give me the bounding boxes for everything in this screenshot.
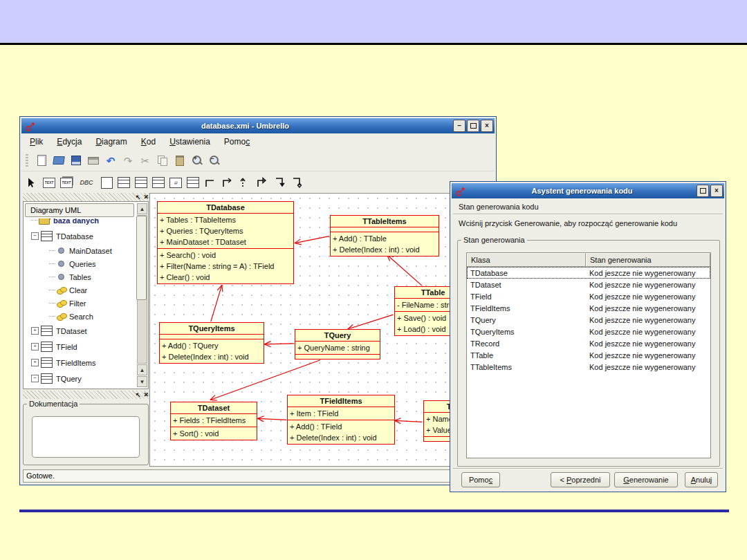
tree-item-tables[interactable]: Tables [26,270,136,283]
expander-minus-icon[interactable]: − [31,232,39,240]
menu-kod[interactable]: Kod [141,137,156,147]
table-row-tdataset[interactable]: TDatasetKod jeszcze nie wygenerowany [467,279,710,290]
help-button[interactable]: Pomoc [461,472,500,487]
tree-header-diagramy-uml[interactable]: Diagramy UML [25,203,134,217]
paste-icon[interactable] [174,154,186,167]
table-row-tfielditems[interactable]: TFieldItemsKod jeszcze nie wygenerowany [467,302,710,314]
generalization-tool-icon[interactable] [256,176,268,189]
close-button[interactable]: × [710,185,723,197]
documentation-textarea[interactable] [32,416,140,458]
aggregation-tool-icon[interactable] [290,176,303,189]
class-attributes-section: + QueryName : string [295,342,380,355]
tree-item-queries[interactable]: Queries [26,257,136,270]
class-member: + Search() : void [158,250,293,261]
print-icon[interactable] [87,154,100,167]
table-row-tdatabase[interactable]: TDatabaseKod jeszcze nie wygenerowany [467,267,710,279]
expander-minus-icon[interactable]: − [31,375,39,382]
redo-icon[interactable]: ↷ [122,154,134,167]
table-row-tqueryitems[interactable]: TQueryItemsKod jeszcze nie wygenerowany [467,326,710,337]
class-tool-icon[interactable] [118,176,130,189]
column-header-klasa[interactable]: Klasa [467,253,586,267]
uniassociation-tool-icon[interactable] [221,176,234,189]
generation-table-header: KlasaStan generowania [467,253,710,267]
generate-button[interactable]: Generowanie [614,472,678,487]
minimize-button[interactable]: – [453,120,465,132]
back-button[interactable]: < Poprzedni [551,472,610,487]
uml-class-tdatabase[interactable]: TDatabase+ Tables : TTableItems+ Queries… [157,201,294,284]
uml-class-ttableitems[interactable]: TTableItems+ Add() : TTable+ Delete(Inde… [330,215,439,256]
open-file-icon[interactable] [53,154,65,167]
menu-edycja[interactable]: Edycja [57,137,82,147]
tree-item-maindataset[interactable]: MainDataset [26,244,136,257]
umbrello-titlebar[interactable]: database.xmi - Umbrello – × [21,118,495,133]
new-file-icon[interactable] [35,154,48,167]
box-tool-icon[interactable] [100,176,113,189]
dock-float-icon[interactable]: ↖ [136,392,141,398]
copy-icon[interactable] [156,154,169,167]
datatype-tool-icon[interactable]: DBC [77,176,95,189]
tree-item-tfield[interactable]: +TField [26,339,136,355]
enum-tool-icon[interactable] [187,176,199,189]
uml-class-tfielditems[interactable]: TFieldItems+ Item : TField+ Add() : TFie… [287,395,395,445]
tree-header-label: Diagramy UML [30,206,81,214]
column-header-stan-generowania[interactable]: Stan generowania [586,253,710,267]
cut-icon[interactable]: ✂ [139,154,151,167]
tree-item-baza-danych[interactable]: baza danych [26,218,136,228]
dependency-tool-icon[interactable] [239,176,251,189]
expander-plus-icon[interactable]: + [31,359,39,366]
save-icon[interactable] [70,154,82,167]
dialog-titlebar[interactable]: Asystent generowania kodu × [452,183,724,198]
note-tool-icon[interactable]: TEXT [60,176,73,189]
uml-class-tdataset[interactable]: TDataset+ Fields : TFieldItems+ Sort() :… [170,402,257,440]
generation-table[interactable]: KlasaStan generowania TDatabaseKod jeszc… [466,252,711,458]
uml-class-tqueryitems[interactable]: TQueryItems+ Add() : TQuery+ Delete(Inde… [159,322,264,364]
class-ops-tool-icon[interactable] [152,176,165,189]
tree-item-tdataset[interactable]: +TDataset [26,323,136,339]
menu-diagram[interactable]: Diagram [95,137,127,147]
close-button[interactable]: × [481,120,493,132]
scroll-down-button[interactable]: ▼ [137,376,147,387]
table-row-trecord[interactable]: TRecordKod jeszcze nie wygenerowany [467,337,710,349]
text-tool-icon[interactable]: TEXT [43,176,55,189]
umbrello-logo-icon [25,120,37,132]
dock-close-icon[interactable]: ✕ [143,392,149,398]
tree-scrollbar-thumb[interactable] [136,216,147,300]
undo-icon[interactable]: ↶ [104,154,117,167]
table-row-tquery[interactable]: TQueryKod jeszcze nie wygenerowany [467,314,710,326]
tree-item-tdatabase[interactable]: −TDatabase [26,228,136,244]
toolbar-grip[interactable] [26,154,28,167]
maximize-button[interactable] [697,185,709,197]
select-tool-icon[interactable] [26,176,38,189]
interface-tool-icon[interactable]: ▤ [169,176,182,189]
tree-item-tquery[interactable]: −TQuery [26,371,136,386]
scroll-up-button-2[interactable]: ▲ [137,364,147,375]
composition-tool-icon[interactable] [273,176,286,189]
table-row-ttable[interactable]: TTableKod jeszcze nie wygenerowany [467,349,710,361]
diagram-canvas[interactable]: TDatabase+ Tables : TTableItems+ Queries… [149,193,495,467]
association-tool-icon[interactable] [204,176,216,189]
class-icon [41,357,53,368]
tree-item-clear[interactable]: Clear [26,283,136,297]
dock-close-icon[interactable]: ✕ [143,194,149,200]
menu-ustawienia[interactable]: Ustawienia [169,137,210,147]
docs-dock-handle[interactable]: ↖ ✕ [23,391,151,399]
menu-plik[interactable]: Plik [30,137,43,147]
uml-class-tquery[interactable]: TQuery+ QueryName : string [295,329,380,360]
tree-item-label: TFieldItems [56,359,95,367]
zoom-in-icon[interactable]: + [191,154,203,167]
class-attrs-tool-icon[interactable] [135,176,147,189]
maximize-button[interactable] [467,120,479,132]
zoom-out-icon[interactable]: – [208,154,221,167]
scroll-up-button[interactable]: ▲ [137,203,147,214]
expander-plus-icon[interactable]: + [31,327,39,335]
tree-item-tfielditems[interactable]: +TFieldItems [26,355,136,371]
expander-plus-icon[interactable]: + [31,343,39,351]
tree-item-search[interactable]: Search [26,310,136,323]
tree-item-filter[interactable]: Filter [26,297,136,310]
menu-pomoc[interactable]: Pomoc [224,137,250,147]
table-row-ttableitems[interactable]: TTableItemsKod jeszcze nie wygenerowany [467,361,710,373]
tree-dock-handle[interactable]: ↖ ✕ [23,193,151,201]
dock-float-icon[interactable]: ↖ [136,194,141,200]
cancel-button[interactable]: Anuluj [685,472,718,487]
table-row-tfield[interactable]: TFieldKod jeszcze nie wygenerowany [467,290,710,302]
